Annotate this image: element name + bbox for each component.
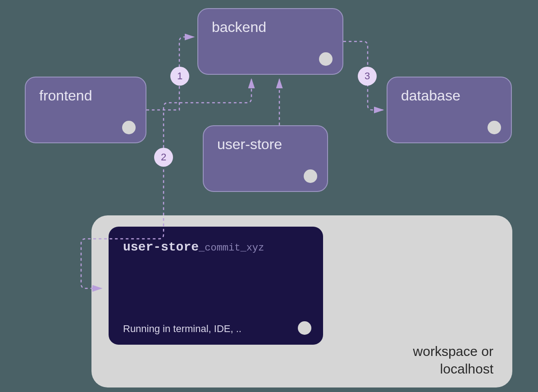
workspace-label: workspace or localhost <box>413 342 493 378</box>
workspace-panel: user-store_commit_xyz Running in termina… <box>91 215 512 387</box>
status-dot <box>122 121 136 134</box>
node-frontend: frontend <box>25 77 146 143</box>
step-badge-2: 2 <box>154 148 173 167</box>
node-database: database <box>387 77 512 143</box>
step-badge-3: 3 <box>358 67 377 86</box>
node-label: backend <box>212 19 266 35</box>
node-label: database <box>401 87 460 104</box>
code-status-text: Running in terminal, IDE, .. <box>123 323 242 335</box>
node-label: frontend <box>39 87 92 104</box>
status-dot <box>488 121 501 134</box>
status-dot <box>298 321 311 335</box>
node-user-store: user-store <box>203 125 328 192</box>
status-dot <box>304 169 317 183</box>
code-title-line: user-store_commit_xyz <box>123 240 309 254</box>
status-dot <box>319 52 333 66</box>
step-badge-1: 1 <box>170 67 189 86</box>
node-label: user-store <box>217 136 282 152</box>
code-commit-suffix: _commit_xyz <box>199 242 264 254</box>
node-backend: backend <box>197 8 343 75</box>
code-service-name: user-store <box>123 240 199 254</box>
code-instance-box: user-store_commit_xyz Running in termina… <box>109 227 323 345</box>
